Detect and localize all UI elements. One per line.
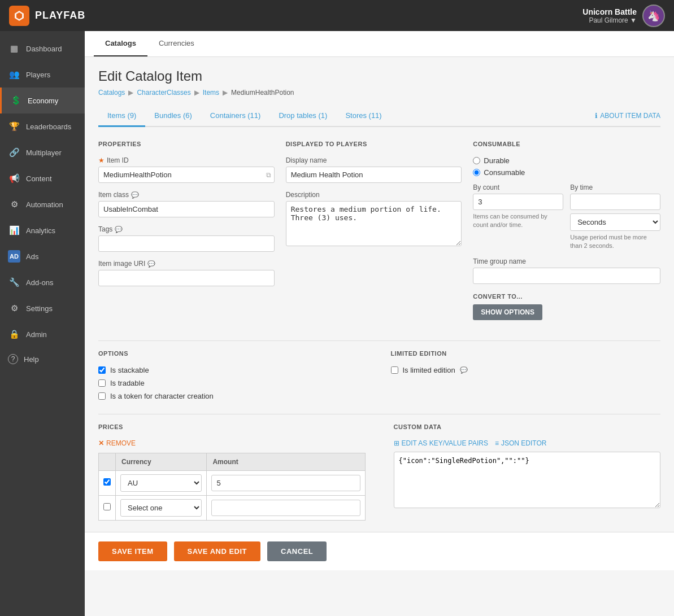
sidebar-item-content[interactable]: 📢 Content (0, 165, 85, 191)
item-class-comment-icon[interactable]: 💬 (131, 191, 139, 199)
is-tradable-checkbox[interactable] (98, 379, 106, 387)
sidebar-item-multiplayer[interactable]: 🔗 Multiplayer (0, 139, 85, 165)
players-icon: 👥 (8, 68, 20, 81)
item-id-field: ★ Item ID ⧉ (98, 156, 275, 183)
display-name-input[interactable] (286, 167, 462, 183)
time-unit-select[interactable]: Seconds Minutes Hours Days (570, 213, 660, 231)
price-row-1-checkbox[interactable] (103, 478, 111, 486)
sub-tab-containers[interactable]: Containers (11) (201, 106, 270, 127)
item-image-uri-field: Item image URI 💬 (98, 260, 275, 286)
breadcrumb-items[interactable]: Items (203, 89, 219, 97)
economy-icon: 💲 (10, 94, 22, 107)
tab-currencies[interactable]: Currencies (147, 31, 206, 56)
time-group-name-input[interactable] (473, 268, 660, 284)
sidebar-item-automation[interactable]: ⚙ Automation (0, 191, 85, 217)
price-row-1-amount-input[interactable] (211, 475, 360, 491)
custom-data-editor[interactable]: {"icon":"SingleRedPotion","":""} (394, 452, 661, 508)
json-editor-link[interactable]: ≡ JSON EDITOR (495, 439, 546, 447)
sidebar-item-analytics[interactable]: 📊 Analytics (0, 217, 85, 243)
displayed-to-players-section: DISPLAYED TO PLAYERS Display name Descri… (286, 141, 473, 331)
usage-period-help-text: Usage period must be more than 2 seconds… (570, 233, 660, 251)
tags-comment-icon[interactable]: 💬 (115, 226, 123, 233)
prices-amount-header: Amount (207, 453, 365, 470)
sidebar-item-economy[interactable]: 💲 Economy (0, 88, 85, 113)
time-group-name-label: Time group name (473, 257, 660, 265)
prices-currency-header: Currency (116, 453, 207, 470)
by-count-input[interactable] (473, 194, 563, 210)
page-content: Edit Catalog Item Catalogs ▶ CharacterCl… (85, 57, 674, 532)
is-stackable-label[interactable]: Is stackable (98, 366, 368, 374)
save-item-button[interactable]: SAVE ITEM (98, 541, 167, 561)
sidebar-item-admin[interactable]: 🔒 Admin (0, 321, 85, 347)
sidebar-item-dashboard[interactable]: ▦ Dashboard (0, 36, 85, 62)
copy-icon[interactable]: ⧉ (266, 171, 271, 179)
is-limited-edition-checkbox[interactable] (391, 366, 398, 374)
sidebar-item-label: Economy (28, 97, 58, 105)
price-row-1-currency-select[interactable]: AU GC (120, 474, 202, 492)
remove-link[interactable]: ✕ REMOVE (98, 439, 366, 447)
help-icon: ? (8, 354, 18, 364)
is-tradable-label[interactable]: Is tradable (98, 379, 368, 387)
convert-section: CONVERT TO... SHOW OPTIONS (473, 293, 660, 320)
properties-section: PROPERTIES ★ Item ID ⧉ (98, 141, 286, 331)
sidebar-item-settings[interactable]: ⚙ Settings (0, 295, 85, 321)
bottom-bar: SAVE ITEM SAVE AND EDIT CANCEL (85, 532, 674, 570)
is-limited-edition-label[interactable]: Is limited edition 💬 (391, 366, 661, 374)
breadcrumb: Catalogs ▶ CharacterClasses ▶ Items ▶ Me… (98, 89, 660, 97)
breadcrumb-characterclasses[interactable]: CharacterClasses (137, 89, 190, 97)
item-class-input[interactable] (98, 201, 275, 217)
tab-catalogs[interactable]: Catalogs (94, 31, 147, 56)
is-token-checkbox[interactable] (98, 392, 106, 400)
save-and-edit-button[interactable]: SAVE AND EDIT (174, 541, 260, 561)
sub-tab-items[interactable]: Items (9) (98, 106, 145, 127)
image-uri-comment-icon[interactable]: 💬 (147, 260, 155, 268)
sidebar-item-addons[interactable]: 🔧 Add-ons (0, 269, 85, 295)
price-row-2-checkbox[interactable] (103, 503, 111, 510)
required-star: ★ (98, 156, 105, 164)
sub-tab-bundles[interactable]: Bundles (6) (145, 106, 201, 127)
sidebar-item-help[interactable]: ? Help (0, 347, 85, 371)
consumable-radio-label[interactable]: Consumable (473, 168, 660, 177)
item-image-uri-input[interactable] (98, 270, 275, 286)
about-item-data[interactable]: ℹ ABOUT ITEM DATA (595, 112, 660, 120)
breadcrumb-catalogs[interactable]: Catalogs (98, 89, 125, 97)
breadcrumb-current: MediumHealthPotion (231, 89, 294, 97)
consumable-grid: By count Items can be consumed by count … (473, 184, 660, 251)
price-row-2-amount-input[interactable] (211, 500, 360, 516)
consumable-radio-group: Durable Consumable (473, 156, 660, 177)
x-icon: ✕ (98, 439, 104, 447)
ads-icon: AD (8, 250, 20, 263)
price-row-1: AU GC (99, 470, 366, 495)
about-item-data-label: ABOUT ITEM DATA (600, 112, 660, 120)
limited-edition-comment-icon[interactable]: 💬 (460, 366, 468, 374)
divider (98, 340, 660, 341)
show-options-button[interactable]: SHOW OPTIONS (473, 304, 542, 320)
description-textarea[interactable]: Restores a medium portion of life. Three… (286, 201, 462, 246)
sidebar-item-label: Analytics (26, 226, 55, 235)
durable-radio[interactable] (473, 157, 480, 164)
displayed-to-players-title: DISPLAYED TO PLAYERS (286, 141, 462, 147)
price-row-2-currency-select[interactable]: Select one AU GC (120, 499, 202, 517)
edit-kv-link[interactable]: ⊞ EDIT AS KEY/VALUE PAIRS (394, 439, 488, 447)
top-tab-bar: Catalogs Currencies (85, 31, 674, 57)
sidebar-item-label: Admin (26, 330, 47, 339)
consumable-radio[interactable] (473, 169, 480, 176)
logo-text: PLAYFAB (35, 10, 85, 21)
is-stackable-checkbox[interactable] (98, 366, 106, 374)
by-time-input[interactable] (570, 194, 660, 210)
item-id-label: ★ Item ID (98, 156, 275, 164)
is-token-label[interactable]: Is a token for character creation (98, 392, 368, 400)
sidebar-item-leaderboards[interactable]: 🏆 Leaderboards (0, 113, 85, 139)
sub-tab-drop-tables[interactable]: Drop tables (1) (269, 106, 336, 127)
sidebar-item-ads[interactable]: AD Ads (0, 243, 85, 269)
cancel-button[interactable]: CANCEL (267, 541, 327, 561)
display-name-label: Display name (286, 156, 462, 164)
price-row-2-currency-cell: Select one AU GC (116, 495, 207, 520)
by-time-label: By time (570, 184, 660, 191)
sidebar-item-players[interactable]: 👥 Players (0, 62, 85, 88)
durable-radio-label[interactable]: Durable (473, 156, 660, 165)
content-area: Catalogs Currencies Edit Catalog Item Ca… (85, 31, 674, 616)
sub-tab-stores[interactable]: Stores (11) (336, 106, 390, 127)
tags-input[interactable] (98, 235, 275, 252)
item-id-input[interactable] (98, 167, 275, 183)
